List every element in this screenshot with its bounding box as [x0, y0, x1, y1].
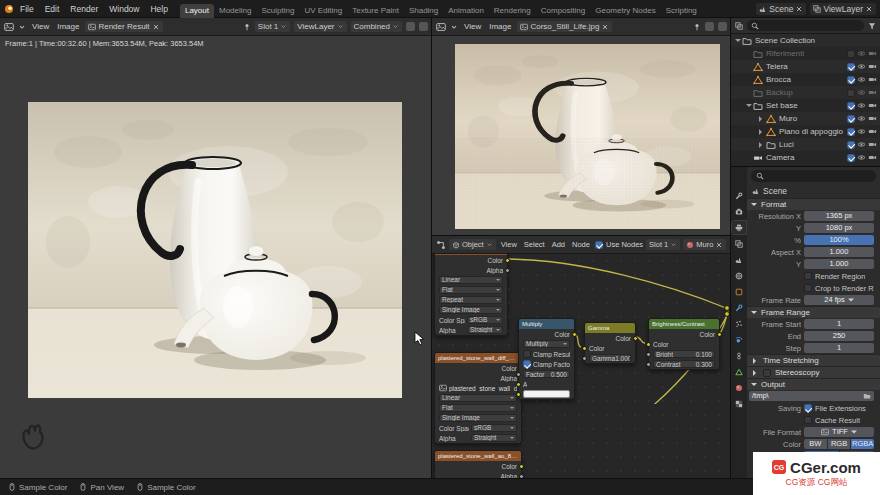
interpolation-select[interactable]: Linear — [439, 394, 517, 402]
alpha-output-socket[interactable] — [505, 268, 510, 273]
color-input-socket[interactable] — [582, 346, 587, 351]
alpha-select[interactable]: Straight — [471, 434, 517, 442]
eye-icon[interactable] — [857, 75, 866, 84]
exclude-checkbox[interactable] — [847, 128, 855, 136]
menu-edit[interactable]: Edit — [40, 4, 65, 14]
exclude-checkbox[interactable] — [847, 89, 855, 97]
tab-texture[interactable] — [732, 397, 746, 410]
tab-texture-paint[interactable]: Texture Paint — [347, 4, 404, 18]
outliner-row-riferimenti[interactable]: Riferimenti — [731, 47, 880, 60]
crop-region-checkbox[interactable] — [804, 284, 812, 292]
use-nodes-checkbox[interactable] — [595, 241, 603, 249]
pass-select[interactable]: Combined — [351, 21, 402, 32]
stereoscopy-checkbox[interactable] — [763, 369, 771, 377]
aspect-y-field[interactable]: 1.000 — [804, 259, 874, 269]
node-gamma[interactable]: Gamma Color Color Gamma1.000 — [584, 322, 636, 364]
factor-slider[interactable]: Factor0.500 — [523, 370, 570, 378]
b-input-socket[interactable] — [516, 392, 521, 397]
disclosure-icon[interactable] — [746, 104, 752, 110]
eye-icon[interactable] — [857, 101, 866, 110]
slot-select[interactable]: Slot 1 — [646, 239, 680, 250]
frame-step-field[interactable]: 1 — [804, 343, 874, 353]
camera-icon[interactable] — [868, 140, 877, 149]
contrast-slider[interactable]: Contrast0.300 — [653, 360, 715, 368]
menu-view[interactable]: View — [30, 22, 51, 31]
tab-scene[interactable] — [732, 253, 746, 266]
color-bw-button[interactable]: BW — [804, 439, 827, 449]
folder-icon[interactable] — [863, 392, 871, 400]
eye-icon[interactable] — [857, 49, 866, 58]
node-header[interactable]: plastered_stone_wall_ao_8k.jpg — [435, 451, 521, 461]
menu-file[interactable]: File — [15, 4, 39, 14]
menu-add[interactable]: Add — [550, 240, 567, 249]
menu-view[interactable]: View — [499, 240, 519, 249]
disclosure-icon[interactable] — [759, 116, 765, 122]
pin-icon[interactable] — [243, 23, 251, 31]
disclosure-icon[interactable] — [759, 129, 765, 135]
tab-output[interactable] — [732, 221, 746, 234]
material-datablock[interactable]: Muro — [683, 239, 726, 250]
node-header[interactable]: Gamma — [585, 323, 635, 333]
outliner-search[interactable] — [747, 20, 864, 31]
eye-icon[interactable] — [857, 88, 866, 97]
tab-render[interactable] — [732, 205, 746, 218]
section-frame-range[interactable]: Frame Range — [747, 306, 880, 318]
scene-selector[interactable]: Scene — [756, 3, 806, 15]
render-region-checkbox[interactable] — [804, 272, 812, 280]
camera-icon[interactable] — [868, 101, 877, 110]
tab-animation[interactable]: Animation — [443, 4, 489, 18]
resolution-percent-slider[interactable]: 100% — [804, 235, 874, 245]
channel-button[interactable] — [705, 22, 714, 31]
tab-rendering[interactable]: Rendering — [489, 4, 536, 18]
node-image-texture-options[interactable]: Color Alpha Linear Flat Repeat Single Im… — [434, 254, 508, 336]
disclosure-icon[interactable] — [759, 142, 765, 148]
menu-view[interactable]: View — [462, 22, 483, 31]
node-header[interactable]: Multiply — [519, 319, 574, 329]
camera-icon[interactable] — [868, 49, 877, 58]
tab-material[interactable] — [732, 381, 746, 394]
factor-input-socket[interactable] — [516, 372, 521, 377]
file-format-select[interactable]: TIFF — [804, 427, 874, 437]
outliner-row-backup[interactable]: Backup — [731, 86, 880, 99]
bright-input-socket[interactable] — [646, 352, 651, 357]
blend-mode-select[interactable]: Multiply — [523, 340, 570, 348]
tab-uv-editing[interactable]: UV Editing — [299, 4, 347, 18]
color-output-socket[interactable] — [505, 258, 510, 263]
color-output-socket[interactable] — [633, 336, 638, 341]
image-datablock[interactable]: Corso_Still_Life.jpg — [517, 21, 612, 32]
gamma-slider[interactable]: Gamma1.000 — [589, 354, 631, 362]
color-rgba-button[interactable]: RGBA — [851, 439, 874, 449]
tab-scripting[interactable]: Scripting — [661, 4, 702, 18]
outliner-row-muro[interactable]: Muro — [731, 112, 880, 125]
close-icon[interactable] — [795, 5, 803, 13]
tab-layout[interactable]: Layout — [180, 4, 214, 18]
source-select[interactable]: Single Image — [439, 306, 503, 314]
color-rgb-button[interactable]: RGB — [828, 439, 851, 449]
tab-object-data[interactable] — [732, 365, 746, 378]
outliner-row-camera[interactable]: Camera — [731, 151, 880, 164]
chevron-down-icon[interactable] — [18, 23, 26, 31]
color-space-select[interactable]: sRGB — [471, 424, 517, 432]
outliner-row-luci[interactable]: Luci — [731, 138, 880, 151]
tab-modifiers[interactable] — [732, 301, 746, 314]
exclude-checkbox[interactable] — [847, 63, 855, 71]
outliner-row-set-base[interactable]: Set base — [731, 99, 880, 112]
camera-icon[interactable] — [868, 88, 877, 97]
source-select[interactable]: Single Image — [439, 414, 517, 422]
reference-canvas[interactable] — [432, 36, 731, 236]
eye-icon[interactable] — [857, 127, 866, 136]
color-output-socket[interactable] — [519, 464, 524, 469]
output-path-field[interactable]: /tmp\ — [749, 391, 874, 401]
node-image-texture-diffuse[interactable]: plastered_stone_wall_diff_8k.jpg Color A… — [434, 352, 522, 444]
alpha-select[interactable]: Straight — [467, 326, 503, 334]
section-output[interactable]: Output — [747, 378, 880, 390]
eye-icon[interactable] — [857, 153, 866, 162]
aspect-x-field[interactable]: 1.000 — [804, 247, 874, 257]
outliner-row-piano-di-appoggio[interactable]: Piano di appoggio — [731, 125, 880, 138]
bright-slider[interactable]: Bright0.100 — [653, 350, 715, 358]
camera-icon[interactable] — [868, 114, 877, 123]
outliner-row-brocca[interactable]: Brocca — [731, 73, 880, 86]
shader-mode-select[interactable]: Object — [449, 239, 496, 250]
tab-tool[interactable] — [732, 189, 746, 202]
unlink-icon[interactable] — [152, 23, 160, 31]
